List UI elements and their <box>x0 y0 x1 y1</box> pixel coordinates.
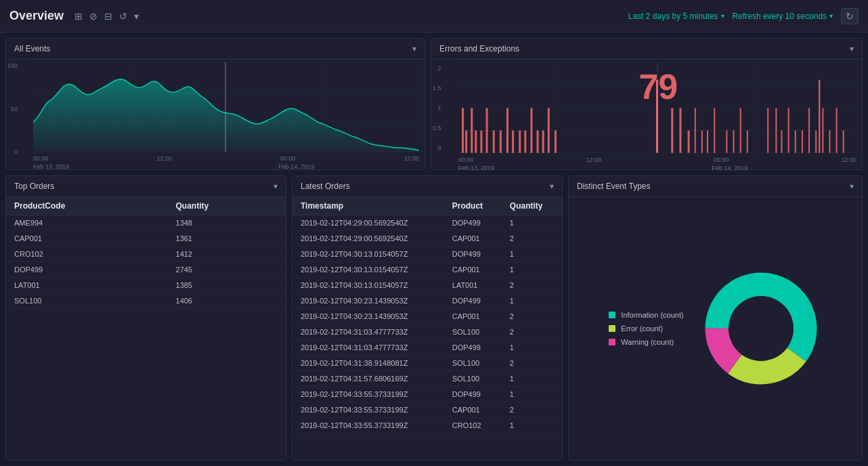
latest-orders-chevron[interactable]: ▾ <box>550 182 554 191</box>
time-range-dropdown[interactable]: Last 2 days by 5 minutes ▾ <box>628 12 724 21</box>
svg-rect-52 <box>815 131 817 153</box>
refresh-chevron: ▾ <box>829 12 833 20</box>
svg-rect-57 <box>656 80 658 153</box>
svg-rect-18 <box>465 131 467 153</box>
all-events-x-time-labels: 00:00 12:00 00:00 12:00 <box>33 155 419 162</box>
save-icon[interactable]: ⊟ <box>104 11 112 22</box>
svg-rect-44 <box>747 131 748 153</box>
errors-chart-area: 2 1.5 1 0.5 0 79 <box>431 60 862 173</box>
table-row[interactable]: 2019-02-12T04:29:00.5692540ZCAP0012 <box>292 231 562 247</box>
svg-rect-45 <box>767 108 768 152</box>
table-row[interactable]: 2019-02-12T04:33:55.3733199ZDOP4991 <box>292 387 562 402</box>
table-row[interactable]: SOL1001406 <box>6 293 286 309</box>
table-row[interactable]: 2019-02-12T04:31:03.4777733ZSOL1002 <box>292 324 562 340</box>
svg-rect-50 <box>802 131 803 153</box>
refresh-label: Refresh every 10 seconds <box>733 12 827 21</box>
donut-legend: Information (count) Error (count) Warnin… <box>609 311 683 346</box>
svg-rect-43 <box>740 108 741 152</box>
filter-icon[interactable]: ⊘ <box>89 11 97 22</box>
svg-rect-24 <box>500 131 502 153</box>
legend-warning-label: Warning (count) <box>621 338 674 346</box>
distinct-events-chevron[interactable]: ▾ <box>850 182 854 191</box>
header: Overview ⊞ ⊘ ⊟ ↺ ▾ Last 2 days by 5 minu… <box>0 0 868 33</box>
table-row[interactable]: 2019-02-12T04:31:38.9148081ZSOL1002 <box>292 356 562 371</box>
table-row[interactable]: AME9941348 <box>6 215 286 231</box>
svg-rect-54 <box>829 131 830 153</box>
table-row[interactable]: 2019-02-12T04:31:03.4777733ZDOP4991 <box>292 340 562 356</box>
table-row[interactable]: 2019-02-12T04:30:13.0154057ZCAP0011 <box>292 262 562 278</box>
table-row[interactable]: 2019-02-12T04:33:55.3733199ZCRO1021 <box>292 418 562 433</box>
svg-rect-48 <box>788 108 789 152</box>
svg-rect-38 <box>701 131 703 153</box>
table-row[interactable]: DOP4992745 <box>6 262 286 278</box>
svg-point-63 <box>729 296 794 361</box>
latest-orders-table-container: Timestamp Product Quantity 2019-02-12T04… <box>292 197 562 460</box>
svg-rect-51 <box>808 108 810 152</box>
latest-orders-col-timestamp: Timestamp <box>292 197 444 215</box>
table-row[interactable]: CRO1021412 <box>6 247 286 262</box>
undo-icon[interactable]: ↺ <box>119 11 127 22</box>
all-events-y-axis: 100 50 0 <box>7 60 18 158</box>
table-row[interactable]: 2019-02-12T04:33:55.3733199ZCAP0012 <box>292 402 562 418</box>
top-orders-table-container: ProductCode Quantity AME9941348CAP001136… <box>6 197 286 460</box>
svg-rect-25 <box>506 108 508 152</box>
refresh-button[interactable]: ↻ <box>841 8 859 24</box>
top-orders-panel: Top Orders ▾ ProductCode Quantity AME994… <box>5 175 286 461</box>
donut-content: Information (count) Error (count) Warnin… <box>569 197 862 460</box>
all-events-title: All Events <box>14 44 50 54</box>
svg-rect-42 <box>733 131 735 153</box>
svg-rect-49 <box>795 131 796 153</box>
all-events-chevron[interactable]: ▾ <box>412 44 416 54</box>
svg-rect-35 <box>679 108 681 152</box>
header-right: Last 2 days by 5 minutes ▾ Refresh every… <box>628 8 859 24</box>
table-row[interactable]: 2019-02-12T04:30:13.0154057ZDOP4991 <box>292 247 562 262</box>
svg-rect-26 <box>512 131 514 153</box>
errors-svg <box>458 62 856 154</box>
legend-error-label: Error (count) <box>621 324 663 333</box>
latest-orders-title: Latest Orders <box>301 182 350 191</box>
time-range-label: Last 2 days by 5 minutes <box>628 12 718 21</box>
table-row[interactable]: 2019-02-12T04:29:00.5692540ZDOP4991 <box>292 215 562 231</box>
table-row[interactable]: 2019-02-12T04:30:13.0154057ZLAT0012 <box>292 278 562 293</box>
table-row[interactable]: 2019-02-12T04:31:57.6806169ZSOL1001 <box>292 371 562 387</box>
legend-information: Information (count) <box>609 311 683 319</box>
errors-x-date-labels: Feb 13, 2019 Feb 14, 2019 <box>458 165 856 171</box>
top-orders-chevron[interactable]: ▾ <box>274 182 278 191</box>
svg-rect-34 <box>671 108 673 152</box>
distinct-events-header: Distinct Event Types ▾ <box>569 176 862 197</box>
legend-error: Error (count) <box>609 324 683 333</box>
table-row[interactable]: 2019-02-12T04:30:23.1439053ZCAP0012 <box>292 309 562 324</box>
errors-title: Errors and Exceptions <box>439 44 519 54</box>
svg-rect-20 <box>475 131 477 153</box>
top-orders-title: Top Orders <box>14 182 54 191</box>
refresh-dropdown[interactable]: Refresh every 10 seconds ▾ <box>733 12 833 21</box>
svg-rect-40 <box>714 108 715 152</box>
table-row[interactable]: 2019-02-12T04:30:23.1439053ZDOP4991 <box>292 293 562 309</box>
bottom-row: Top Orders ▾ ProductCode Quantity AME994… <box>5 175 863 461</box>
time-range-chevron: ▾ <box>721 12 724 20</box>
errors-chevron[interactable]: ▾ <box>850 44 854 54</box>
svg-rect-36 <box>688 131 690 153</box>
errors-y-axis: 2 1.5 1 0.5 0 <box>433 62 441 154</box>
table-row[interactable]: CAP0011361 <box>6 231 286 247</box>
top-orders-header: Top Orders ▾ <box>6 176 286 197</box>
svg-rect-22 <box>486 108 488 152</box>
svg-rect-39 <box>707 131 708 153</box>
svg-rect-33 <box>555 131 557 153</box>
latest-orders-panel: Latest Orders ▾ Timestamp Product Quanti… <box>292 175 563 461</box>
svg-rect-27 <box>519 131 521 153</box>
svg-rect-47 <box>781 131 782 153</box>
legend-warning: Warning (count) <box>609 338 683 346</box>
errors-panel: Errors and Exceptions ▾ 2 1.5 1 0.5 0 79 <box>431 38 863 170</box>
top-charts-row: All Events ▾ 100 50 0 <box>5 38 863 170</box>
grid-icon[interactable]: ⊞ <box>74 11 83 22</box>
table-row[interactable]: LAT0011385 <box>6 278 286 293</box>
more-icon[interactable]: ▾ <box>134 11 139 22</box>
svg-rect-58 <box>819 80 820 153</box>
svg-rect-32 <box>548 108 550 152</box>
distinct-events-title: Distinct Event Types <box>577 182 651 191</box>
all-events-chart-area: 100 50 0 <box>6 60 425 171</box>
svg-rect-21 <box>480 131 482 153</box>
all-events-svg <box>33 62 419 152</box>
legend-error-dot <box>609 325 615 332</box>
